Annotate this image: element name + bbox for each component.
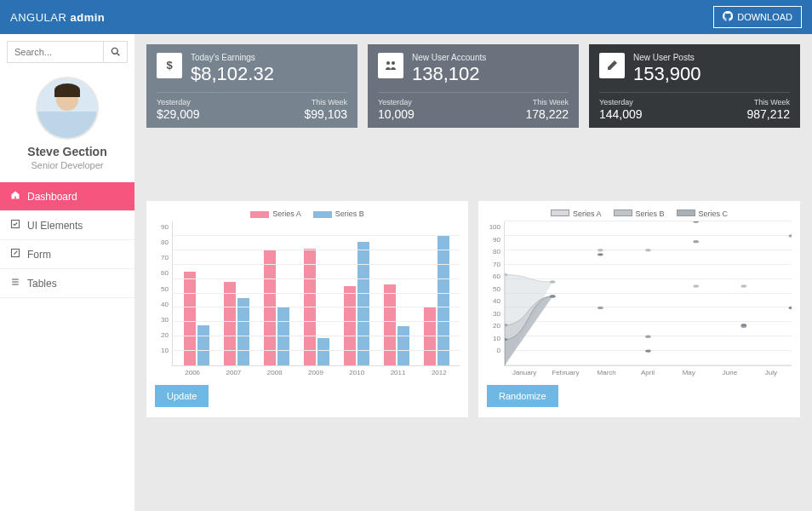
ytick: 10: [487, 335, 500, 342]
profile-role: Senior Developer: [0, 160, 134, 170]
brand-bold: admin: [70, 11, 105, 24]
svg-point-8: [386, 61, 390, 65]
stat-cards: $ Today's Earnings $8,102.32 Yesterday$2…: [146, 44, 800, 128]
nav-dashboard[interactable]: Dashboard: [0, 182, 134, 211]
randomize-button[interactable]: Randomize: [487, 385, 558, 407]
search-icon: [111, 46, 120, 59]
bar-chart-area: 908070605040302010: [155, 221, 460, 366]
bar-yaxis: 908070605040302010: [155, 221, 172, 366]
svg-point-26: [598, 253, 603, 256]
legend-swatch-lb: [614, 210, 632, 216]
xtick: February: [545, 366, 586, 376]
xtick: June: [709, 366, 750, 376]
legend-swatch-a: [250, 211, 269, 218]
ytick: 20: [155, 331, 169, 339]
ytick: 50: [487, 285, 500, 293]
accounts-week-label: This Week: [525, 98, 569, 106]
ytick: 40: [155, 301, 169, 308]
posts-value: 153,900: [633, 63, 701, 85]
search-button[interactable]: [104, 41, 128, 63]
bar-chart-card: Series A Series B 908070605040302010 200…: [146, 201, 468, 417]
ytick: 70: [155, 254, 169, 261]
svg-point-13: [645, 249, 651, 251]
nav-dashboard-label: Dashboard: [27, 191, 77, 203]
bar-plot: [172, 221, 460, 366]
posts-title: New User Posts: [633, 53, 701, 62]
posts-yest-value: 144,009: [599, 107, 643, 121]
svg-point-29: [741, 324, 746, 326]
bar-group: [216, 221, 256, 365]
svg-point-0: [112, 48, 117, 54]
svg-point-20: [645, 336, 651, 338]
nav-ui-label: UI Elements: [27, 220, 83, 232]
charts-row: Series A Series B 908070605040302010 200…: [146, 201, 800, 417]
line-legend-c: Series C: [699, 210, 729, 218]
bar: [197, 325, 209, 365]
card-earnings: $ Today's Earnings $8,102.32 Yesterday$2…: [146, 44, 357, 128]
line-yaxis: 1009080706050403020100: [487, 221, 504, 366]
svg-point-19: [598, 307, 603, 309]
profile: Steve Gection Senior Developer: [0, 70, 134, 179]
bar: [437, 236, 449, 365]
bar-group: [296, 221, 336, 365]
update-button[interactable]: Update: [155, 385, 209, 407]
svg-point-21: [693, 240, 699, 243]
earnings-value: $8,102.32: [191, 63, 274, 85]
brand-light: ANGULAR: [10, 11, 66, 24]
brand-logo: ANGULAR admin: [10, 11, 105, 24]
xtick: 2007: [213, 366, 254, 376]
earnings-yest-value: $29,009: [157, 107, 200, 121]
avatar: [36, 77, 99, 140]
line-plot: [504, 221, 792, 366]
earnings-yest-label: Yesterday: [157, 98, 200, 106]
svg-point-9: [392, 61, 395, 65]
ytick: 30: [155, 316, 169, 324]
pencil-square-icon: [10, 248, 20, 261]
nav-form[interactable]: Form: [0, 240, 134, 269]
search-row: [0, 34, 134, 70]
svg-line-1: [117, 53, 120, 55]
xtick: 2009: [295, 366, 336, 376]
ytick: 70: [487, 261, 500, 268]
xtick: 2012: [419, 366, 460, 376]
ytick: 50: [155, 285, 169, 293]
svg-point-30: [789, 307, 792, 309]
svg-text:$: $: [166, 59, 173, 72]
search-input[interactable]: [7, 41, 104, 63]
accounts-week-value: 178,222: [525, 107, 569, 121]
ytick: 60: [487, 273, 500, 280]
ytick: 10: [155, 347, 169, 354]
bar-group: [256, 221, 296, 365]
bar-legend-a: Series A: [272, 210, 301, 218]
bar: [397, 326, 409, 365]
ytick: 80: [155, 238, 169, 246]
xtick: January: [504, 366, 545, 376]
posts-week-label: This Week: [746, 98, 790, 106]
accounts-value: 138,102: [412, 63, 486, 85]
posts-yest-label: Yesterday: [599, 98, 643, 106]
main: $ Today's Earnings $8,102.32 Yesterday$2…: [134, 34, 812, 511]
ytick: 30: [487, 310, 500, 318]
line-legend-a: Series A: [573, 210, 602, 218]
bar-group: [176, 221, 216, 365]
nav-ui-elements[interactable]: UI Elements: [0, 211, 134, 240]
xtick: July: [751, 366, 792, 376]
bar: [357, 242, 369, 365]
line-legend: Series A Series B Series C: [487, 210, 792, 218]
sidebar: Steve Gection Senior Developer Dashboard…: [0, 34, 134, 511]
users-icon: [378, 53, 403, 78]
posts-week-value: 987,212: [746, 107, 790, 121]
list-icon: [10, 277, 20, 290]
svg-point-15: [741, 284, 746, 287]
svg-point-14: [693, 284, 699, 287]
xtick: 2006: [172, 366, 213, 376]
xtick: May: [668, 366, 709, 376]
nav-tables[interactable]: Tables: [0, 269, 134, 298]
download-label: DOWNLOAD: [737, 12, 792, 22]
earnings-title: Today's Earnings: [191, 53, 274, 62]
bar-legend-b: Series B: [335, 210, 364, 218]
bar: [384, 284, 396, 365]
bar: [237, 298, 249, 365]
line-legend-b: Series B: [636, 210, 665, 218]
download-button[interactable]: DOWNLOAD: [713, 6, 802, 28]
